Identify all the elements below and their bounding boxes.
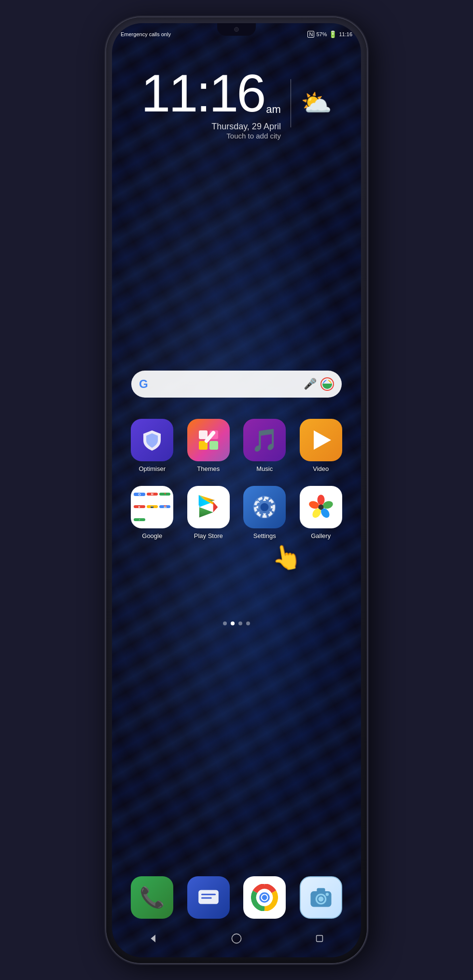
svg-point-33 (232, 934, 241, 943)
battery-percent: 57% (316, 31, 327, 37)
recents-button[interactable] (310, 929, 329, 948)
dock-phone[interactable]: 📞 (126, 876, 178, 919)
svg-point-31 (325, 893, 328, 896)
google-folder-icon: G M 📍 ▶ 📷 📅 ✓ (131, 486, 173, 528)
video-label: Video (313, 465, 329, 472)
play-icon (314, 430, 331, 450)
svg-marker-32 (151, 935, 155, 942)
clock-date: Thursday, 29 April (211, 122, 281, 132)
app-playstore[interactable]: Play Store (183, 486, 235, 539)
google-logo: G (139, 377, 148, 391)
dot-1[interactable] (223, 621, 227, 625)
dock-chrome[interactable] (239, 876, 291, 919)
phone-icon: 📞 (131, 876, 173, 919)
themes-icon (187, 419, 230, 461)
status-icons: N 57% 🔋 11:16 (307, 30, 352, 38)
app-google[interactable]: G M 📍 ▶ 📷 📅 ✓ Google (126, 486, 178, 539)
playstore-label: Play Store (194, 532, 223, 539)
gallery-icon (300, 486, 342, 528)
svg-point-26 (262, 895, 267, 900)
clock-city[interactable]: Touch to add city (226, 132, 281, 140)
music-note-icon: 🎵 (251, 427, 278, 453)
google-search-bar[interactable]: G 🎤 (131, 371, 342, 398)
dot-4[interactable] (246, 621, 250, 625)
chrome-svg (251, 884, 278, 911)
dock: 📞 (126, 876, 347, 919)
clock-divider (291, 79, 291, 127)
settings-icon (243, 486, 286, 528)
svg-rect-20 (198, 890, 219, 904)
clock-time-section: 11:16 am Thursday, 29 April Touch to add… (141, 67, 281, 140)
mic-icon[interactable]: 🎤 (304, 378, 317, 390)
dock-messages[interactable] (183, 876, 235, 919)
gallery-svg (307, 494, 334, 521)
google-label: Google (142, 532, 162, 539)
lens-bottom (322, 384, 332, 389)
weather-icon[interactable]: ⛅ (301, 88, 332, 118)
settings-svg (251, 494, 278, 521)
page-dots (112, 621, 361, 625)
app-optimiser[interactable]: Optimiser (126, 419, 178, 472)
svg-rect-0 (199, 430, 208, 439)
cursor-hand: 👆 (269, 541, 303, 574)
phone-device: Emergency calls only N 57% 🔋 11:16 11:16… (106, 17, 367, 963)
notch (217, 23, 256, 36)
dock-camera[interactable] (295, 876, 347, 919)
front-camera (234, 27, 239, 32)
clock-status: 11:16 (339, 31, 352, 37)
app-music[interactable]: 🎵 Music (239, 419, 291, 472)
nav-bar (112, 926, 361, 951)
recents-icon (314, 933, 325, 944)
back-button[interactable] (144, 929, 163, 948)
svg-point-19 (318, 504, 323, 510)
svg-rect-3 (209, 441, 218, 450)
dot-3[interactable] (238, 621, 242, 625)
optimiser-label: Optimiser (139, 465, 166, 472)
gallery-label: Gallery (311, 532, 331, 539)
svg-point-30 (318, 896, 323, 901)
svg-point-14 (317, 495, 324, 505)
app-settings[interactable]: Settings (239, 486, 291, 539)
svg-point-12 (261, 503, 269, 511)
back-icon (148, 933, 159, 944)
lens-icon[interactable] (320, 377, 334, 391)
phone-screen: Emergency calls only N 57% 🔋 11:16 11:16… (112, 23, 361, 957)
emergency-text: Emergency calls only (121, 31, 171, 37)
messages-svg (196, 885, 221, 910)
playstore-icon (187, 486, 230, 528)
home-button[interactable] (227, 929, 246, 948)
optimiser-icon (131, 419, 173, 461)
nfc-icon: N (307, 31, 314, 38)
themes-svg (196, 428, 221, 453)
themes-label: Themes (197, 465, 220, 472)
clock-widget[interactable]: 11:16 am Thursday, 29 April Touch to add… (112, 67, 361, 140)
dot-2[interactable] (231, 621, 235, 625)
clock-display: 11:16 (141, 67, 264, 120)
svg-rect-34 (317, 935, 323, 941)
camera-svg (307, 884, 334, 911)
home-icon (231, 933, 242, 944)
camera-icon (300, 876, 342, 919)
music-label: Music (256, 465, 273, 472)
music-icon: 🎵 (243, 419, 286, 461)
app-grid: Optimiser Themes (126, 419, 347, 539)
app-gallery[interactable]: Gallery (295, 486, 347, 539)
phone-symbol: 📞 (139, 885, 165, 909)
shield-svg (139, 428, 165, 453)
messages-icon (187, 876, 230, 919)
playstore-svg (194, 493, 223, 522)
clock-ampm: am (266, 103, 281, 116)
svg-rect-28 (317, 888, 325, 893)
app-themes[interactable]: Themes (183, 419, 235, 472)
video-icon (300, 419, 342, 461)
battery-icon: 🔋 (329, 30, 337, 38)
settings-label: Settings (253, 532, 276, 539)
app-video[interactable]: Video (295, 419, 347, 472)
chrome-icon (243, 876, 286, 919)
